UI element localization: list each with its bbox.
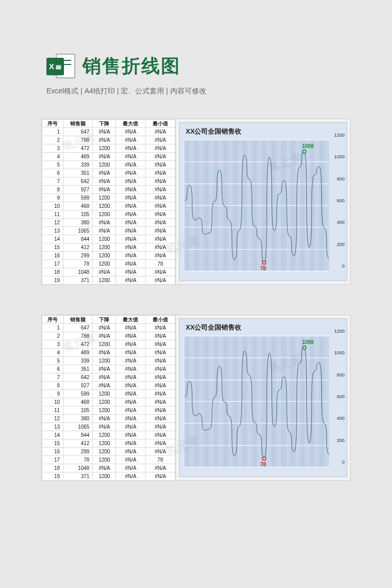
cell: 5 <box>42 357 63 365</box>
cell: #N/A <box>93 365 116 373</box>
cell: #N/A <box>145 243 175 252</box>
cell: 19 <box>42 472 63 481</box>
cell: 642 <box>63 373 93 382</box>
table-row: 2788#N/A#N/A#N/A <box>42 332 175 340</box>
cell: #N/A <box>145 235 175 243</box>
col-header: 销售额 <box>63 120 93 128</box>
cell: #N/A <box>145 153 175 161</box>
cell: #N/A <box>145 406 175 415</box>
cell: #N/A <box>116 357 145 365</box>
cell: #N/A <box>116 332 145 340</box>
cell: #N/A <box>116 161 145 169</box>
page-title: 销售折线图 <box>83 54 181 79</box>
cell: 1 <box>42 324 63 332</box>
cell: 642 <box>63 177 93 186</box>
cell: #N/A <box>116 153 145 161</box>
cell: 489 <box>63 153 93 161</box>
chart-min-point <box>262 260 266 265</box>
cell: 1200 <box>93 406 116 415</box>
cell: 472 <box>63 340 93 349</box>
cell: #N/A <box>116 177 145 186</box>
cell: #N/A <box>145 136 175 144</box>
table-row: 193711200#N/A#N/A <box>42 276 175 285</box>
table-row: 162991200#N/A#N/A <box>42 448 175 456</box>
cell: 13 <box>42 227 63 235</box>
cell: #N/A <box>145 268 175 276</box>
cell: #N/A <box>116 128 145 136</box>
cell: #N/A <box>145 349 175 357</box>
table-row: 8927#N/A#N/A#N/A <box>42 382 175 390</box>
cell: 2 <box>42 332 63 340</box>
table-row: 4489#N/A#N/A#N/A <box>42 349 175 357</box>
chart-min-point <box>262 456 266 461</box>
cell: #N/A <box>116 448 145 456</box>
table-row: 193711200#N/A#N/A <box>42 472 175 481</box>
cell: 16 <box>42 448 63 456</box>
cell: #N/A <box>116 144 145 153</box>
cell: #N/A <box>116 415 145 423</box>
cell: #N/A <box>145 357 175 365</box>
cell: #N/A <box>145 219 175 227</box>
cell: 599 <box>63 194 93 202</box>
table-row: 34721200#N/A#N/A <box>42 340 175 349</box>
cell: #N/A <box>116 276 145 285</box>
cell: 16 <box>42 252 63 260</box>
cell: 1200 <box>93 243 116 252</box>
cell: #N/A <box>116 398 145 406</box>
cell: 1200 <box>93 431 116 439</box>
cell: #N/A <box>116 382 145 390</box>
cell: 1200 <box>93 439 116 448</box>
table-row: 1647#N/A#N/A#N/A <box>42 128 175 136</box>
table-row: 7642#N/A#N/A#N/A <box>42 177 175 186</box>
cell: #N/A <box>116 235 145 243</box>
cell: #N/A <box>93 349 116 357</box>
cell: #N/A <box>116 423 145 431</box>
cell: 13 <box>42 423 63 431</box>
cell: 12 <box>42 415 63 423</box>
cell: 1 <box>42 128 63 136</box>
table-row: 104681200#N/A#N/A <box>42 202 175 210</box>
cell: #N/A <box>116 390 145 398</box>
cell: 11 <box>42 210 63 219</box>
cell: 1048 <box>63 464 93 472</box>
cell: 3 <box>42 340 63 349</box>
col-header: 序号 <box>42 316 63 324</box>
cell: #N/A <box>145 373 175 382</box>
table-row: 181048#N/A#N/A#N/A <box>42 268 175 276</box>
cell: 14 <box>42 431 63 439</box>
cell: 844 <box>63 235 93 243</box>
cell: #N/A <box>116 439 145 448</box>
cell: #N/A <box>93 219 116 227</box>
cell: #N/A <box>116 210 145 219</box>
col-header: 最大值 <box>116 316 145 324</box>
cell: 1200 <box>93 194 116 202</box>
cell: 647 <box>63 128 93 136</box>
cell: 380 <box>63 415 93 423</box>
table-row: 6351#N/A#N/A#N/A <box>42 169 175 177</box>
page-subtitle: Excel格式 | A4纸打印 | 宏、公式套用 | 内容可修改 <box>46 87 206 96</box>
cell: 1065 <box>63 423 93 431</box>
cell: #N/A <box>93 382 116 390</box>
data-table: 序号销售额下降最大值最小值1647#N/A#N/A#N/A2788#N/A#N/… <box>42 315 175 480</box>
excel-icon: X ≣ <box>46 52 75 80</box>
cell: #N/A <box>145 398 175 406</box>
table-row: 111051200#N/A#N/A <box>42 406 175 415</box>
cell: 9 <box>42 390 63 398</box>
cell: 371 <box>63 276 93 285</box>
cell: #N/A <box>116 260 145 268</box>
chart-max-label: 1098 <box>302 339 314 345</box>
cell: 1200 <box>93 472 116 481</box>
cell: #N/A <box>93 136 116 144</box>
chart-min-label: 78 <box>260 266 266 271</box>
table-row: 131065#N/A#N/A#N/A <box>42 227 175 235</box>
cell: 12 <box>42 219 63 227</box>
table-row: 95991200#N/A#N/A <box>42 194 175 202</box>
cell: 1200 <box>93 161 116 169</box>
cell: 15 <box>42 243 63 252</box>
cell: #N/A <box>116 202 145 210</box>
cell: 371 <box>63 472 93 481</box>
cell: #N/A <box>93 128 116 136</box>
chart-title: XX公司全国销售收 <box>186 127 241 136</box>
cell: 412 <box>63 439 93 448</box>
cell: #N/A <box>145 439 175 448</box>
